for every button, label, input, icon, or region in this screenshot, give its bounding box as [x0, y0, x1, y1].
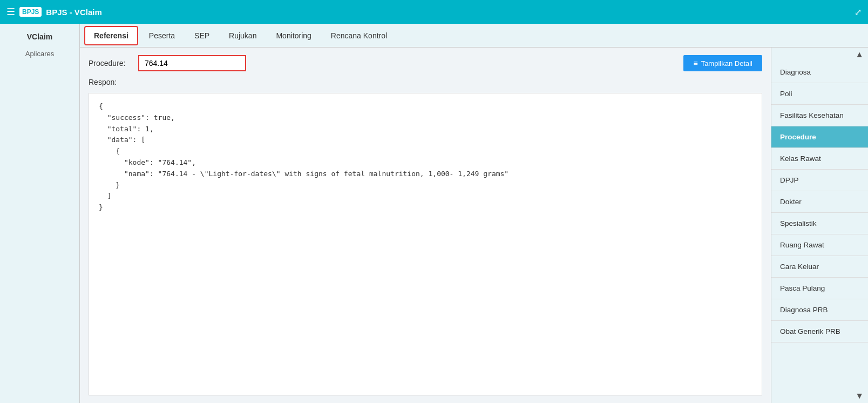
right-sidebar-top: ▲: [771, 48, 868, 62]
topbar: ☰ BPJS BPJS - VClaim ⤢: [0, 0, 868, 24]
navbar: Referensi Peserta SEP Rujukan Monitoring…: [80, 24, 868, 48]
bpjs-logo: BPJS: [19, 7, 42, 17]
procedure-row: Procedure: ≡ Tampilkan Detail: [89, 55, 762, 71]
procedure-input[interactable]: [138, 55, 246, 71]
nav-sep[interactable]: SEP: [186, 27, 218, 44]
sidebar-item-diagnosa[interactable]: Diagnosa: [771, 62, 868, 83]
response-box: { "success": true, "total": 1, "data": […: [89, 93, 762, 395]
right-sidebar: ▲ Diagnosa Poli Fasilitas Kesehatan Proc…: [771, 48, 868, 403]
right-sidebar-bottom: ▼: [771, 389, 868, 403]
nav-monitoring[interactable]: Monitoring: [267, 27, 320, 44]
sidebar-item-cara-keluar[interactable]: Cara Keluar: [771, 256, 868, 278]
sidebar-item-pasca-pulang[interactable]: Pasca Pulang: [771, 278, 868, 299]
sidebar-item-procedure[interactable]: Procedure: [771, 126, 868, 148]
hamburger-icon[interactable]: ☰: [6, 6, 15, 18]
topbar-title: BPJS - VClaim: [46, 8, 101, 17]
chevron-up-icon[interactable]: ▲: [855, 50, 864, 59]
chevron-down-icon[interactable]: ▼: [855, 391, 864, 401]
sidebar-item-poli[interactable]: Poli: [771, 83, 868, 105]
sidebar-item-kelas-rawat[interactable]: Kelas Rawat: [771, 148, 868, 170]
tampilkan-detail-button[interactable]: ≡ Tampilkan Detail: [683, 55, 762, 71]
vclaim-label: VClaim: [27, 29, 52, 44]
tampilkan-detail-label: Tampilkan Detail: [701, 59, 752, 68]
nav-rencana-kontrol[interactable]: Rencana Kontrol: [322, 27, 396, 44]
procedure-label: Procedure:: [89, 59, 132, 68]
aplicares-label: Aplicares: [25, 48, 54, 60]
content-area: Referensi Peserta SEP Rujukan Monitoring…: [80, 24, 868, 403]
sidebar-item-ruang-rawat[interactable]: Ruang Rawat: [771, 234, 868, 256]
expand-icon[interactable]: ⤢: [855, 7, 862, 17]
sidebar-item-dokter[interactable]: Dokter: [771, 191, 868, 213]
sidebar-item-fasilitas-kesehatan[interactable]: Fasilitas Kesehatan: [771, 105, 868, 126]
nav-referensi[interactable]: Referensi: [84, 26, 138, 45]
nav-rujukan[interactable]: Rujukan: [220, 27, 265, 44]
respon-label: Respon:: [89, 78, 762, 86]
main-panel: Procedure: ≡ Tampilkan Detail Respon: { …: [80, 48, 771, 403]
sidebar-item-dpjp[interactable]: DPJP: [771, 170, 868, 191]
list-icon: ≡: [693, 59, 697, 68]
sidebar-item-spesialistik[interactable]: Spesialistik: [771, 213, 868, 234]
sidebar-item-diagnosa-prb[interactable]: Diagnosa PRB: [771, 299, 868, 321]
left-sidebar: VClaim Aplicares: [0, 24, 80, 403]
sidebar-item-obat-generik-prb[interactable]: Obat Generik PRB: [771, 321, 868, 342]
nav-peserta[interactable]: Peserta: [140, 27, 184, 44]
page-content: Procedure: ≡ Tampilkan Detail Respon: { …: [80, 48, 868, 403]
